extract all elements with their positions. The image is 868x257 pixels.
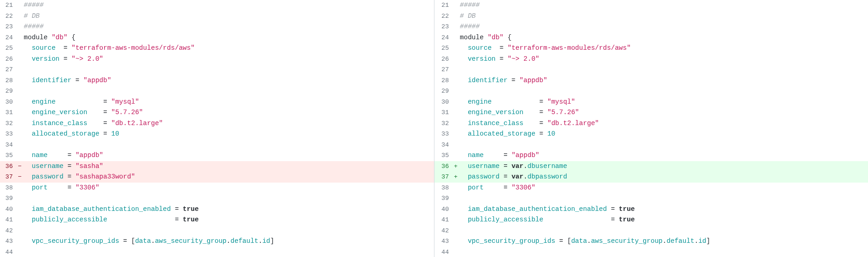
line-number: 32	[434, 118, 453, 129]
diff-line[interactable]: 42	[0, 226, 434, 236]
context-marker	[16, 150, 23, 161]
line-number: 37	[434, 172, 453, 183]
context-marker	[453, 75, 459, 86]
diff-line[interactable]: 43 vpc_security_group_ids = [data.aws_se…	[0, 236, 434, 247]
code-content	[23, 247, 434, 257]
line-number: 39	[434, 193, 453, 204]
diff-line[interactable]: 28 identifier = "appdb"	[434, 75, 868, 86]
line-number: 25	[0, 43, 16, 54]
diff-line[interactable]: 33 allocated_storage = 10	[434, 129, 868, 140]
diff-line[interactable]: 38 port = "3306"	[0, 183, 434, 194]
context-marker	[16, 54, 23, 65]
diff-line[interactable]: 21 #####	[434, 0, 868, 11]
diff-line[interactable]: 29	[0, 86, 434, 97]
diff-line[interactable]: 30 engine = "mysql"	[434, 97, 868, 108]
line-number: 36	[0, 161, 16, 172]
code-content: version = "~> 2.0"	[23, 54, 434, 65]
context-marker	[453, 54, 459, 65]
diff-line[interactable]: 36− username = "sasha"	[0, 161, 434, 172]
diff-left-pane[interactable]: 21 #####22 # DB23 #####24 module "db" {2…	[0, 0, 434, 257]
line-number: 37	[0, 172, 16, 183]
diff-line[interactable]: 32 instance_class = "db.t2.large"	[434, 118, 868, 129]
diff-line[interactable]: 36+ username = var.dbusername	[434, 161, 868, 172]
diff-line[interactable]: 22 # DB	[0, 11, 434, 22]
diff-line[interactable]: 44	[0, 247, 434, 257]
code-content: version = "~> 2.0"	[459, 54, 868, 65]
context-marker	[453, 118, 459, 129]
diff-line[interactable]: 31 engine_version = "5.7.26"	[434, 107, 868, 118]
context-marker	[453, 32, 459, 43]
diff-line[interactable]: 26 version = "~> 2.0"	[434, 54, 868, 65]
diff-line[interactable]: 29	[434, 86, 868, 97]
diff-line[interactable]: 39	[434, 193, 868, 204]
diff-line[interactable]: 39	[0, 193, 434, 204]
diff-line[interactable]: 34	[0, 140, 434, 151]
context-marker	[453, 226, 459, 236]
diff-line[interactable]: 23 #####	[0, 21, 434, 32]
diff-line[interactable]: 23 #####	[434, 21, 868, 32]
diff-line[interactable]: 38 port = "3306"	[434, 183, 868, 194]
diff-line[interactable]: 25 source = "terraform-aws-modules/rds/a…	[0, 43, 434, 54]
context-marker	[16, 215, 23, 226]
diff-line[interactable]: 33 allocated_storage = 10	[0, 129, 434, 140]
diff-line[interactable]: 22 # DB	[434, 11, 868, 22]
diff-line[interactable]: 44	[434, 247, 868, 257]
diff-line[interactable]: 43 vpc_security_group_ids = [data.aws_se…	[434, 236, 868, 247]
code-content	[459, 193, 868, 204]
context-marker	[453, 247, 459, 257]
line-number: 28	[0, 75, 16, 86]
line-number: 40	[0, 204, 16, 215]
context-marker	[453, 21, 459, 32]
diff-line[interactable]: 24 module "db" {	[0, 32, 434, 43]
diff-line[interactable]: 40 iam_database_authentication_enabled =…	[0, 204, 434, 215]
context-marker	[453, 107, 459, 118]
diff-line[interactable]: 26 version = "~> 2.0"	[0, 54, 434, 65]
line-number: 26	[0, 54, 16, 65]
code-content: password = var.dbpassword	[459, 172, 868, 183]
context-marker	[16, 107, 23, 118]
diff-line[interactable]: 41 publicly_accessible = true	[0, 215, 434, 226]
code-content: vpc_security_group_ids = [data.aws_secur…	[23, 236, 434, 247]
line-number: 28	[434, 75, 453, 86]
diff-line[interactable]: 37− password = "sashapa33word"	[0, 172, 434, 183]
diff-line[interactable]: 41 publicly_accessible = true	[434, 215, 868, 226]
diff-line[interactable]: 27	[0, 64, 434, 75]
context-marker	[16, 226, 23, 236]
line-number: 38	[0, 183, 16, 194]
line-number: 41	[434, 215, 453, 226]
line-number: 34	[434, 140, 453, 151]
code-content: #####	[459, 21, 868, 32]
code-content: engine = "mysql"	[23, 97, 434, 108]
line-number: 43	[0, 236, 16, 247]
context-marker	[453, 64, 459, 75]
context-marker	[453, 183, 459, 194]
code-content: iam_database_authentication_enabled = tr…	[459, 204, 868, 215]
diff-line[interactable]: 32 instance_class = "db.t2.large"	[0, 118, 434, 129]
line-number: 44	[0, 247, 16, 257]
context-marker	[16, 86, 23, 97]
diff-line[interactable]: 37+ password = var.dbpassword	[434, 172, 868, 183]
minus-icon: −	[16, 161, 23, 172]
line-number: 25	[434, 43, 453, 54]
code-content	[23, 86, 434, 97]
code-content: port = "3306"	[23, 183, 434, 194]
line-number: 32	[0, 118, 16, 129]
diff-line[interactable]: 34	[434, 140, 868, 151]
diff-line[interactable]: 27	[434, 64, 868, 75]
diff-right-pane[interactable]: 21 #####22 # DB23 #####24 module "db" {2…	[434, 0, 868, 257]
diff-line[interactable]: 35 name = "appdb"	[0, 150, 434, 161]
diff-line[interactable]: 21 #####	[0, 0, 434, 11]
diff-line[interactable]: 31 engine_version = "5.7.26"	[0, 107, 434, 118]
diff-line[interactable]: 35 name = "appdb"	[434, 150, 868, 161]
diff-line[interactable]: 24 module "db" {	[434, 32, 868, 43]
diff-line[interactable]: 25 source = "terraform-aws-modules/rds/a…	[434, 43, 868, 54]
diff-line[interactable]: 42	[434, 226, 868, 236]
line-number: 27	[0, 64, 16, 75]
diff-line[interactable]: 30 engine = "mysql"	[0, 97, 434, 108]
diff-line[interactable]: 40 iam_database_authentication_enabled =…	[434, 204, 868, 215]
code-content: # DB	[459, 11, 868, 22]
code-content	[23, 64, 434, 75]
context-marker	[453, 140, 459, 151]
context-marker	[16, 236, 23, 247]
diff-line[interactable]: 28 identifier = "appdb"	[0, 75, 434, 86]
